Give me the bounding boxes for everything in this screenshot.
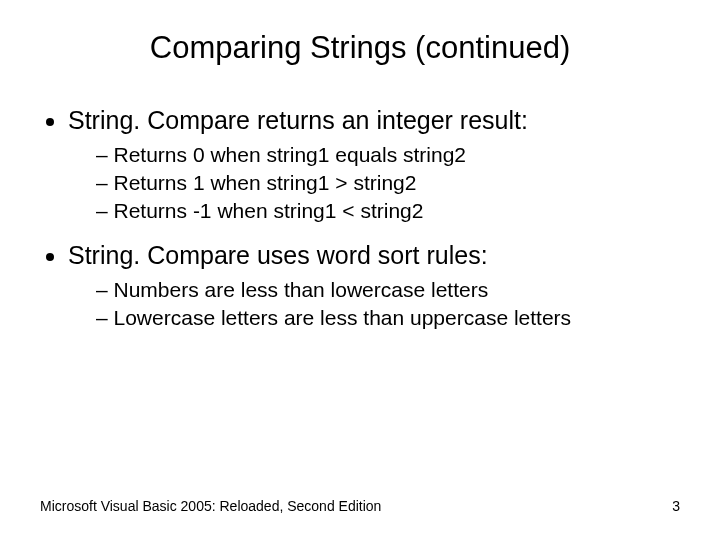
sub-bullet-item: Returns -1 when string1 < string2 xyxy=(96,199,680,223)
sub-bullet-item: Numbers are less than lowercase letters xyxy=(96,278,680,302)
sub-bullet-item: Returns 0 when string1 equals string2 xyxy=(96,143,680,167)
bullet-text: String. Compare returns an integer resul… xyxy=(68,106,528,134)
slide-footer: Microsoft Visual Basic 2005: Reloaded, S… xyxy=(40,498,680,514)
bullet-item: String. Compare uses word sort rules: Nu… xyxy=(68,241,680,330)
bullet-list: String. Compare returns an integer resul… xyxy=(40,106,680,330)
sub-bullet-item: Lowercase letters are less than uppercas… xyxy=(96,306,680,330)
bullet-item: String. Compare returns an integer resul… xyxy=(68,106,680,223)
sub-bullet-list: Returns 0 when string1 equals string2 Re… xyxy=(68,143,680,223)
sub-bullet-list: Numbers are less than lowercase letters … xyxy=(68,278,680,330)
footer-left: Microsoft Visual Basic 2005: Reloaded, S… xyxy=(40,498,381,514)
slide-body: String. Compare returns an integer resul… xyxy=(0,76,720,330)
sub-bullet-item: Returns 1 when string1 > string2 xyxy=(96,171,680,195)
page-number: 3 xyxy=(672,498,680,514)
slide-title: Comparing Strings (continued) xyxy=(0,0,720,76)
slide: Comparing Strings (continued) String. Co… xyxy=(0,0,720,540)
bullet-text: String. Compare uses word sort rules: xyxy=(68,241,488,269)
